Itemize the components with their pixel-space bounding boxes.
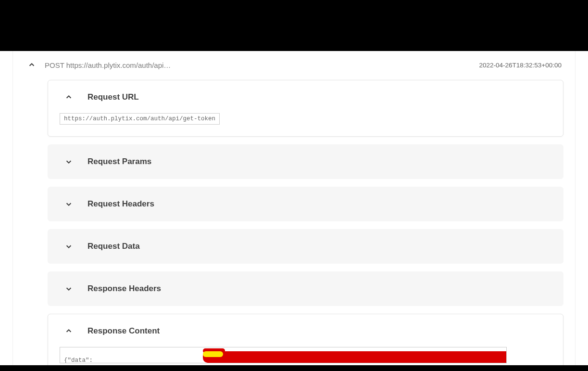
request-timestamp: 2022-04-26T18:32:53+00:00 (479, 62, 562, 69)
section-response-content-body: {"data":[{"access_token": (60, 347, 551, 363)
highlight-mark (203, 351, 223, 357)
section-request-url: Request URL https://auth.plytix.com/auth… (48, 80, 563, 137)
chevron-down-icon (63, 283, 74, 294)
section-request-headers-title: Request Headers (88, 199, 154, 209)
section-request-data-toggle[interactable]: Request Data (60, 241, 551, 252)
section-request-headers-toggle[interactable]: Request Headers (60, 199, 551, 209)
section-request-url-toggle[interactable]: Request URL (60, 92, 551, 102)
chevron-up-icon (63, 326, 74, 336)
chevron-down-icon (63, 156, 74, 167)
section-request-headers: Request Headers (48, 187, 563, 221)
request-header-row: POST https://auth.plytix.com/auth/api… 2… (13, 60, 575, 80)
request-url-value: https://auth.plytix.com/auth/api/get-tok… (60, 113, 220, 125)
request-summary: POST https://auth.plytix.com/auth/api… (45, 61, 479, 69)
chevron-down-icon (63, 199, 74, 209)
chevron-up-icon (63, 92, 74, 102)
section-response-headers: Response Headers (48, 271, 563, 306)
request-card: POST https://auth.plytix.com/auth/api… 2… (13, 51, 575, 371)
redaction-mark (203, 351, 507, 363)
sections-container: Request URL https://auth.plytix.com/auth… (13, 80, 575, 371)
section-request-params-toggle[interactable]: Request Params (60, 156, 551, 167)
section-response-content: Response Content {"data":[{"access_token… (48, 314, 563, 371)
section-request-url-body: https://auth.plytix.com/auth/api/get-tok… (60, 113, 551, 125)
section-response-headers-toggle[interactable]: Response Headers (60, 283, 551, 294)
collapse-request-toggle[interactable] (26, 60, 37, 70)
response-content-code: {"data":[{"access_token": (60, 347, 507, 363)
section-response-content-toggle[interactable]: Response Content (60, 326, 551, 336)
chevron-up-icon (28, 62, 35, 68)
section-response-headers-title: Response Headers (88, 284, 161, 294)
section-response-content-title: Response Content (88, 326, 160, 336)
bottom-black-bar (0, 365, 588, 371)
section-request-params-title: Request Params (88, 157, 151, 166)
section-request-url-title: Request URL (88, 92, 139, 102)
top-black-bar (0, 0, 588, 51)
section-request-data-title: Request Data (88, 242, 140, 251)
section-request-data: Request Data (48, 229, 563, 264)
section-request-params: Request Params (48, 144, 563, 179)
chevron-down-icon (63, 241, 74, 252)
